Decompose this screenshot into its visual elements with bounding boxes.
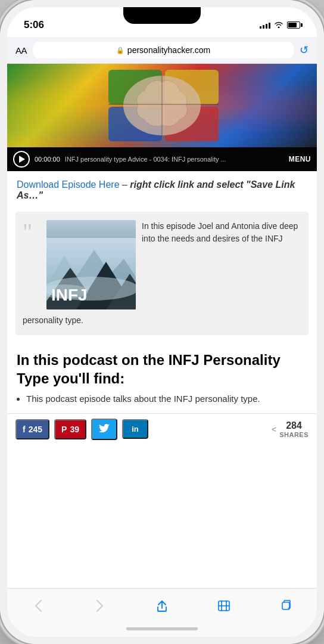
browser-url-bar[interactable]: 🔒 personalityhacker.com (33, 42, 294, 58)
bullet-list: This podcast episode talks about the INF… (7, 392, 317, 413)
share-count-block: 284 SHARES (279, 420, 309, 438)
share-button[interactable] (147, 596, 177, 616)
video-time: 00:00:00 (35, 156, 60, 163)
pinterest-icon: P (61, 425, 67, 434)
phone-frame: 5:06 (0, 0, 324, 644)
play-triangle (19, 156, 25, 163)
brain-svg (102, 67, 222, 144)
bookmarks-button[interactable] (209, 596, 239, 616)
home-bar (126, 627, 198, 630)
facebook-count: 245 (29, 425, 42, 434)
screen: 5:06 (7, 7, 317, 637)
refresh-icon[interactable]: ↺ (300, 44, 309, 57)
menu-button[interactable]: MENU (289, 155, 311, 163)
browser-bar: AA 🔒 personalityhacker.com ↺ (7, 37, 317, 64)
forward-button[interactable] (85, 596, 115, 616)
signal-bars (260, 21, 270, 29)
share-bar: f 245 P 39 in < (7, 413, 317, 445)
tabs-button[interactable] (271, 596, 301, 616)
status-time: 5:06 (24, 19, 44, 31)
shares-label: SHARES (279, 431, 309, 438)
linkedin-share-button[interactable]: in (122, 419, 148, 439)
battery-fill (288, 23, 297, 27)
list-item: This podcast episode talks about the INF… (26, 392, 307, 406)
quote-block: " (15, 212, 309, 335)
page-content: 00:00:00 INFJ personality type Advice - … (7, 64, 317, 588)
video-controls: 00:00:00 INFJ personality type Advice - … (7, 147, 317, 171)
quote-text: In this episode Joel and Antonia dive de… (142, 220, 301, 309)
video-thumbnail (7, 64, 317, 147)
pinterest-share-button[interactable]: P 39 (54, 419, 86, 439)
browser-aa-label[interactable]: AA (15, 45, 27, 55)
main-heading: In this podcast on the INFJ Personality … (7, 341, 317, 392)
play-button[interactable] (13, 151, 30, 168)
share-icon: < (272, 425, 276, 434)
back-button[interactable] (23, 596, 53, 616)
facebook-share-button[interactable]: f 245 (15, 419, 49, 439)
quote-inner: " (23, 220, 301, 309)
infj-label: INFJ (51, 286, 88, 305)
wifi-icon (274, 21, 284, 30)
pinterest-count: 39 (70, 425, 79, 434)
download-area: Download Episode Here – right click link… (7, 171, 317, 206)
facebook-icon: f (23, 425, 26, 434)
share-number: 284 (279, 420, 309, 431)
browser-url-text: personalityhacker.com (127, 45, 210, 55)
status-bar: 5:06 (7, 7, 317, 37)
quote-continuation: personality type. (23, 314, 301, 327)
bottom-nav (7, 588, 317, 620)
twitter-icon (99, 424, 110, 435)
lock-icon: 🔒 (116, 47, 124, 54)
twitter-share-button[interactable] (91, 419, 117, 440)
status-icons (260, 21, 300, 30)
episode-image: INFJ (46, 220, 136, 309)
video-player: 00:00:00 INFJ personality type Advice - … (7, 64, 317, 171)
battery-icon (287, 21, 300, 29)
video-title: INFJ personality type Advice - 0034: INF… (65, 156, 284, 163)
linkedin-icon: in (132, 425, 139, 434)
download-link[interactable]: Download Episode Here (17, 179, 120, 190)
quote-mark: " (23, 218, 32, 245)
notch (123, 7, 201, 24)
home-indicator (7, 620, 317, 637)
total-share-count: < 284 SHARES (272, 420, 309, 438)
